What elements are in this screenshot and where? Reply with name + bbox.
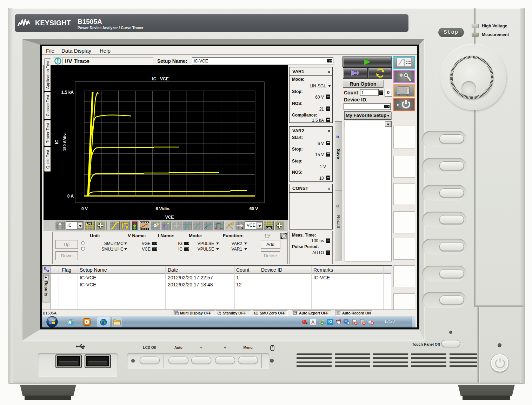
svg-text:LIN: LIN <box>86 222 91 225</box>
svg-text:60 V: 60 V <box>250 206 258 211</box>
svg-text:IC: IC <box>54 139 59 144</box>
svg-text:0 V: 0 V <box>81 206 88 211</box>
svg-text:0: 0 <box>255 312 257 314</box>
svg-text:M: M <box>162 224 165 228</box>
svg-text:150 A/div.: 150 A/div. <box>62 133 67 151</box>
svg-text:x: x <box>241 226 243 230</box>
svg-text:VCE: VCE <box>165 215 174 220</box>
svg-text:LIN: LIN <box>266 226 271 230</box>
svg-text:0 A: 0 A <box>67 194 74 199</box>
svg-text:IC - VCE: IC - VCE <box>152 77 168 81</box>
svg-text:Y: Y <box>56 221 59 226</box>
svg-text:6 V/div.: 6 V/div. <box>155 206 170 211</box>
svg-text:1.5 kA: 1.5 kA <box>61 90 74 95</box>
